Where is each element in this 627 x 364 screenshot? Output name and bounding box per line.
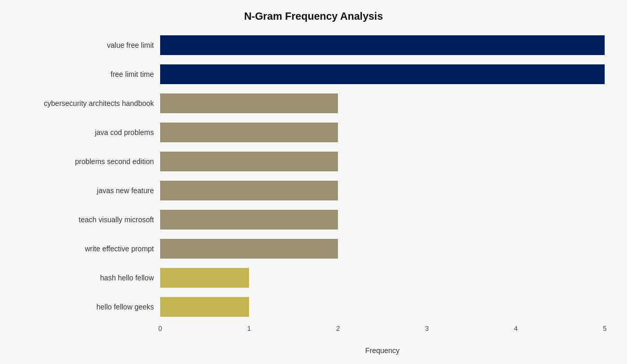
bar-label: teach visually microsoft bbox=[22, 215, 160, 224]
bar-row: teach visually microsoft bbox=[22, 206, 605, 233]
bar-label: java cod problems bbox=[22, 128, 160, 137]
bar-fill bbox=[160, 239, 338, 259]
bar-track bbox=[160, 123, 605, 142]
bar-label: problems second edition bbox=[22, 157, 160, 166]
bar-track bbox=[160, 239, 605, 259]
x-tick: 0 bbox=[158, 325, 162, 332]
x-axis-label: Frequency bbox=[160, 346, 605, 355]
x-axis-container: 012345 bbox=[22, 325, 605, 345]
bar-fill bbox=[160, 93, 338, 113]
bar-row: hello fellow geeks bbox=[22, 293, 605, 320]
bar-label: hello fellow geeks bbox=[22, 303, 160, 311]
bar-row: value free limit bbox=[22, 32, 605, 59]
chart-area: value free limitfree limit timecybersecu… bbox=[22, 32, 605, 322]
x-tick: 5 bbox=[603, 325, 606, 332]
bar-fill bbox=[160, 297, 249, 317]
bar-track bbox=[160, 64, 605, 84]
bar-row: javas new feature bbox=[22, 177, 605, 204]
x-tick: 2 bbox=[336, 325, 339, 332]
bar-row: free limit time bbox=[22, 61, 605, 88]
bar-label: javas new feature bbox=[22, 186, 160, 195]
bar-track bbox=[160, 152, 605, 171]
bar-row: problems second edition bbox=[22, 148, 605, 175]
bar-fill bbox=[160, 123, 338, 142]
bar-label: free limit time bbox=[22, 70, 160, 78]
x-tick: 1 bbox=[247, 325, 251, 332]
bar-fill bbox=[160, 64, 605, 84]
bar-label: write effective prompt bbox=[22, 245, 160, 253]
bar-label: cybersecurity architects handbook bbox=[22, 99, 160, 107]
bar-fill bbox=[160, 35, 605, 55]
x-axis: 012345 bbox=[160, 325, 605, 345]
bar-row: cybersecurity architects handbook bbox=[22, 90, 605, 117]
bar-fill bbox=[160, 152, 338, 171]
x-tick: 3 bbox=[425, 325, 428, 332]
bar-track bbox=[160, 297, 605, 317]
bar-track bbox=[160, 268, 605, 288]
x-tick: 4 bbox=[514, 325, 517, 332]
bar-fill bbox=[160, 268, 249, 288]
bar-label: value free limit bbox=[22, 41, 160, 49]
bar-track bbox=[160, 93, 605, 113]
bar-fill bbox=[160, 210, 338, 230]
bar-track bbox=[160, 181, 605, 200]
bar-track bbox=[160, 35, 605, 55]
bar-label: hash hello fellow bbox=[22, 274, 160, 282]
bar-track bbox=[160, 210, 605, 230]
bar-row: java cod problems bbox=[22, 119, 605, 146]
bar-fill bbox=[160, 181, 338, 200]
chart-container: N-Gram Frequency Analysis value free lim… bbox=[7, 5, 620, 364]
bar-row: write effective prompt bbox=[22, 235, 605, 262]
chart-title: N-Gram Frequency Analysis bbox=[22, 10, 605, 22]
bar-row: hash hello fellow bbox=[22, 264, 605, 291]
